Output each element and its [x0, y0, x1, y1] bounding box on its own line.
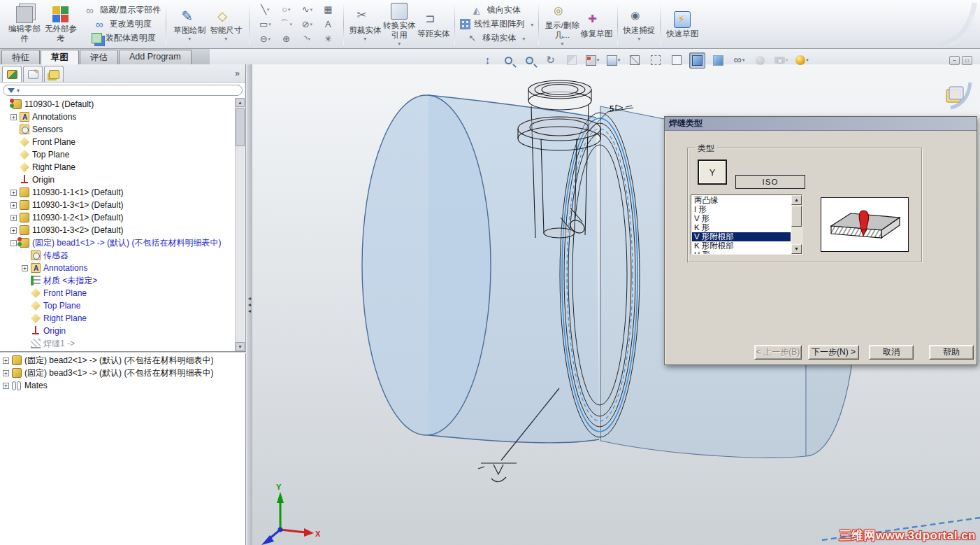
scroll-up-arrow[interactable]: ▲	[791, 195, 802, 205]
convert-dropdown-caret[interactable]: ▾	[398, 41, 401, 47]
linear-pattern-dropdown-caret[interactable]: ▾	[531, 22, 533, 28]
quick-snaps-button[interactable]: 快速捕捉 ▾	[623, 6, 655, 42]
sketch-tool-button[interactable]: ⊖ ▾	[254, 34, 275, 44]
tab-configurationmanager[interactable]	[44, 66, 64, 82]
sketch-tool-button[interactable]: ✳	[317, 34, 338, 44]
move-entities-button[interactable]: 移动实体 ▾	[468, 32, 525, 44]
weld-type-option[interactable]: U 形	[692, 250, 791, 254]
sketch-button[interactable]: 草图绘制 ▾	[171, 6, 208, 42]
panel-splitter[interactable]: ◄ ◄ ◄	[247, 64, 252, 545]
tree-item[interactable]: Origin	[0, 325, 235, 337]
viewbar-button[interactable]	[542, 52, 559, 69]
tree-item[interactable]: + (固定) bead3<1> -> (默认) (不包括在材料明细表中)	[0, 367, 235, 379]
viewbar-button[interactable]	[710, 52, 726, 69]
weld-type-option[interactable]: V 形	[692, 214, 791, 223]
hide-show-components-button[interactable]: 隐藏/显示零部件	[86, 4, 161, 16]
viewbar-button[interactable]: ▾	[731, 52, 747, 69]
expand-toggle[interactable]: +	[10, 227, 17, 234]
viewbar-button[interactable]: ▾	[773, 52, 789, 69]
scroll-down-arrow[interactable]: ▼	[236, 342, 245, 351]
trim-entities-button[interactable]: 剪裁实体 ▾	[349, 6, 381, 42]
viewbar-button[interactable]	[647, 52, 663, 69]
sketch-tool-button[interactable]: ▭ ▾	[254, 20, 275, 29]
weld-type-option[interactable]: V 形附根部	[692, 232, 791, 241]
sketch-tool-button[interactable]: A	[317, 20, 338, 29]
sketch-tool-button[interactable]: ⊘ ▾	[296, 20, 317, 29]
tree-item[interactable]: Top Plane	[0, 148, 235, 161]
cancel-button[interactable]: 取消	[869, 345, 914, 360]
expand-toggle[interactable]: +	[3, 358, 9, 364]
expand-toggle[interactable]: +	[10, 215, 17, 221]
viewbar-button[interactable]: ▾	[605, 52, 621, 69]
sketch-tool-button[interactable]: ⌒ ▾	[275, 20, 296, 29]
tree-item[interactable]: 材质 <未指定>	[0, 274, 235, 287]
tree-scrollbar[interactable]: ▲ ▼	[235, 98, 245, 351]
quick-tip-icon[interactable]	[944, 77, 976, 113]
display-delete-dropdown-caret[interactable]: ▾	[561, 41, 563, 47]
viewbar-button[interactable]	[563, 52, 579, 69]
tree-item[interactable]: + (固定) bead2<1> -> (默认) (不包括在材料明细表中)	[0, 354, 235, 367]
expand-toggle[interactable]: +	[10, 190, 17, 196]
assembly-transparency-button[interactable]: 装配体透明度	[92, 32, 156, 44]
listbox-scrollbar[interactable]: ▲ ▼	[791, 195, 802, 254]
commandmanager-tab[interactable]: 特征	[1, 50, 40, 64]
tree-item[interactable]: 110930-1 (Default)	[0, 98, 235, 111]
convert-entities-button[interactable]: 转换实体引用 ▾	[381, 1, 417, 46]
expand-toggle[interactable]: +	[10, 114, 17, 120]
commandmanager-tab[interactable]: Add Program	[119, 50, 192, 64]
tree-filter-input[interactable]: ▾	[3, 85, 243, 96]
tree-item[interactable]: + 110930-1-1<1> (Default)	[0, 186, 235, 199]
tree-item[interactable]: + Annotations	[0, 262, 235, 274]
tree-item[interactable]: Top Plane	[0, 299, 235, 312]
sketch-dropdown-caret[interactable]: ▾	[188, 36, 191, 42]
tree-item[interactable]: + Annotations	[0, 111, 235, 123]
minimize-document-button[interactable]: −	[949, 56, 960, 65]
tree-split-divider[interactable]	[0, 351, 246, 353]
tree-item[interactable]: + 110930-1-3<2> (Default)	[0, 224, 235, 236]
tree-item[interactable]: + Mates	[0, 379, 235, 392]
weld-type-option[interactable]: K 形附根部	[692, 241, 791, 250]
viewbar-button[interactable]	[480, 52, 496, 69]
sketch-tool-button[interactable]: ◝ ▾	[296, 34, 317, 44]
trim-dropdown-caret[interactable]: ▾	[363, 36, 366, 42]
expand-toggle[interactable]: +	[22, 265, 28, 271]
back-button[interactable]: < 上一步(B)	[754, 345, 802, 360]
weld-type-option[interactable]: I 形	[692, 205, 791, 214]
tab-featuremanager[interactable]	[2, 66, 22, 82]
expand-toggle[interactable]: +	[3, 370, 9, 376]
tree-item[interactable]: - (固定) bead1<1> -> (默认) (不包括在材料明细表中)	[0, 236, 235, 249]
viewbar-button[interactable]	[521, 52, 538, 69]
tree-item[interactable]: 传感器	[0, 249, 235, 262]
rapid-sketch-button[interactable]: 快速草图	[665, 10, 699, 38]
mirror-entities-button[interactable]: 镜向实体	[473, 4, 521, 16]
weld-standard-box[interactable]: ISO	[735, 175, 805, 189]
expand-toggle[interactable]: +	[10, 202, 17, 208]
tree-item[interactable]: Right Plane	[0, 161, 235, 174]
tree-item[interactable]: + 110930-1-3<1> (Default)	[0, 199, 235, 211]
tree-item[interactable]: + 110930-1-2<1> (Default)	[0, 211, 235, 224]
move-dropdown-caret[interactable]: ▾	[522, 36, 525, 42]
scroll-thumb[interactable]	[791, 206, 802, 227]
sketch-tool-button[interactable]: ∿ ▾	[296, 5, 317, 15]
viewbar-button[interactable]	[668, 52, 684, 69]
smart-dimension-dropdown-caret[interactable]: ▾	[224, 36, 227, 42]
weld-type-option[interactable]: K 形	[692, 223, 791, 232]
tree-item[interactable]: 焊缝1 ->	[0, 337, 235, 350]
scroll-thumb[interactable]	[236, 108, 245, 146]
viewbar-button[interactable]: ▾	[584, 52, 600, 69]
viewbar-button[interactable]	[689, 52, 705, 69]
tree-item[interactable]: Right Plane	[0, 312, 235, 325]
display-delete-relations-button[interactable]: 显示/删除几... ▾	[544, 1, 580, 46]
scroll-up-arrow[interactable]: ▲	[236, 98, 245, 107]
expand-toggle[interactable]: +	[3, 383, 9, 389]
viewbar-button[interactable]	[626, 52, 642, 69]
offset-entities-button[interactable]: 等距实体	[417, 10, 449, 38]
viewbar-button[interactable]	[752, 52, 768, 69]
dialog-title-bar[interactable]: 焊缝类型	[665, 117, 977, 131]
scroll-down-arrow[interactable]: ▼	[791, 244, 802, 254]
sketch-tool-button[interactable]: ╲ ▾	[254, 5, 275, 15]
linear-sketch-pattern-button[interactable]: 线性草图阵列 ▾	[460, 18, 533, 30]
commandmanager-tab[interactable]: 草图	[41, 50, 79, 64]
sketch-tool-button[interactable]: ○ ▾	[275, 5, 296, 15]
expand-toggle[interactable]: -	[10, 240, 17, 246]
